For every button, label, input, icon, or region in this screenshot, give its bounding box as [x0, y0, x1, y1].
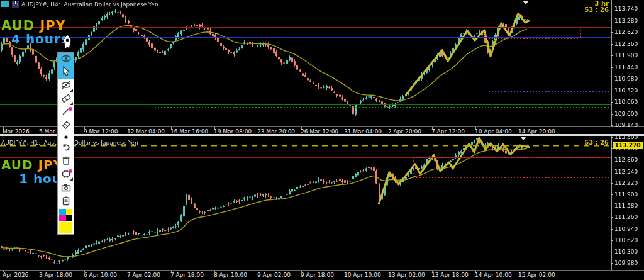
pink-dot-icon	[69, 169, 72, 173]
x-axis-label: 10 Apr 10:00	[344, 272, 381, 278]
y-axis-label: 112.860	[614, 157, 638, 163]
y-axis-tick	[611, 9, 613, 9]
y-axis-label: 111.900	[614, 191, 638, 198]
chart-list-icon[interactable]	[1, 1, 9, 8]
x-axis-label: 9 Apr 18:00	[301, 272, 334, 278]
x-axis-label: 14 Apr 10:00	[475, 272, 512, 278]
h4-chart-title: AUDJPY#, H4: Australian Dollar vs Japane…	[21, 1, 158, 8]
hide-objects-button[interactable]	[58, 80, 74, 92]
show-tool-button[interactable]	[58, 53, 74, 66]
h4-symbol-overlay: AUD JPY	[1, 20, 66, 33]
h4-chart-canvas[interactable]	[0, 0, 611, 126]
y-axis-label: 111.440	[614, 64, 638, 70]
x-axis-label: 13 Apr 18:00	[431, 272, 469, 278]
y-axis-label: 113.740	[614, 6, 638, 12]
paint-tool-button[interactable]	[58, 169, 74, 181]
y-axis-tick	[611, 172, 613, 172]
x-axis-label: 9 Apr 02:00	[257, 272, 291, 278]
undo-icon	[60, 142, 72, 155]
y-axis-tick	[611, 67, 613, 68]
pink-dot-icon	[69, 107, 72, 111]
y-axis-label: 110.940	[614, 226, 638, 232]
h1-shift-marker-icon	[520, 137, 526, 140]
x-axis-label: 7 Apr 02:00	[127, 272, 160, 278]
y-axis-tick	[611, 91, 613, 91]
y-axis-tick	[611, 21, 613, 21]
y-axis-tick	[611, 183, 613, 184]
cyan-swatch[interactable]	[59, 209, 66, 215]
screenshot-button[interactable]	[58, 182, 74, 195]
submenu-corner-icon	[70, 102, 73, 105]
y-axis-label: 112.820	[614, 29, 638, 35]
window-separator[interactable]	[0, 134, 644, 136]
h1-symbol-overlay: AUD JPY	[1, 159, 63, 172]
y-axis-tick	[611, 55, 613, 56]
chart-type-icon[interactable]	[12, 1, 19, 8]
y-axis-tick	[611, 32, 613, 33]
clipboard-button[interactable]	[58, 196, 74, 208]
y-axis-tick	[611, 102, 613, 103]
y-axis-tick	[611, 44, 613, 45]
black-swatch[interactable]	[66, 215, 73, 221]
y-axis-label: 111.900	[614, 52, 638, 59]
drawing-toolbar	[57, 52, 74, 235]
y-axis-tick	[611, 240, 613, 241]
brush-size-dot-button[interactable]	[58, 133, 74, 142]
h4-titlebar: AUDJPY#, H4: Australian Dollar vs Japane…	[0, 0, 158, 8]
y-axis-label: 110.300	[614, 249, 638, 255]
h1-candle-countdown: 53 : 26	[584, 140, 609, 146]
y-axis-label: 109.980	[614, 260, 638, 266]
magenta-swatch[interactable]	[59, 215, 66, 221]
y-axis-label: 113.280	[614, 18, 638, 24]
y-axis-label: 110.980	[614, 76, 638, 82]
delete-objects-button[interactable]	[58, 155, 74, 168]
cursor-icon	[60, 65, 72, 79]
cursor-tool-button[interactable]	[58, 66, 74, 79]
h4-shift-marker-icon	[523, 1, 529, 4]
x-axis-label: 15 Apr 02:00	[518, 272, 555, 278]
y-axis-label: 112.540	[614, 169, 638, 175]
h1-time-scale[interactable]: Apr 20263 Apr 18:006 Apr 10:007 Apr 02:0…	[0, 270, 644, 279]
y-axis-tick	[611, 114, 613, 115]
pen-tool-handle[interactable]	[60, 34, 74, 50]
y-axis-tick	[611, 217, 613, 218]
h1-chart-canvas[interactable]	[0, 136, 611, 270]
color-swatch-button[interactable]	[59, 209, 72, 221]
y-axis-tick	[611, 263, 613, 264]
wide-eraser-tool-button[interactable]	[58, 120, 74, 132]
y-axis-tick	[611, 252, 613, 252]
y-axis-tick	[611, 125, 613, 126]
y-axis-label: 109.140	[614, 122, 638, 128]
mt4-chart-workspace: AUDJPY#, H4: Australian Dollar vs Japane…	[0, 0, 644, 280]
submenu-corner-icon	[70, 177, 73, 181]
yellow-swatch[interactable]	[66, 209, 73, 215]
y-axis-label: 110.520	[614, 87, 638, 94]
h1-symbol-aud: AUD	[1, 157, 33, 172]
x-axis-label: 6 Apr 10:00	[84, 272, 117, 278]
x-axis-label: 8 Apr 10:00	[214, 272, 247, 278]
undo-button[interactable]	[58, 142, 74, 155]
y-axis-tick	[611, 137, 613, 138]
active-color-swatch[interactable]	[59, 222, 72, 233]
y-axis-label: 111.260	[614, 214, 638, 220]
trash-icon	[60, 155, 72, 169]
x-axis-label: 13 Apr 02:00	[388, 272, 425, 278]
eraser-tool-button[interactable]	[58, 93, 74, 106]
bid-price-badge: 113.270	[613, 142, 643, 149]
x-axis-label: 7 Apr 18:00	[170, 272, 204, 278]
y-axis-label: 111.580	[614, 203, 638, 209]
x-axis-label: 3 Apr 18:00	[39, 272, 72, 278]
line-pen-tool-button[interactable]	[58, 106, 74, 119]
y-axis-label: 112.220	[614, 180, 638, 186]
y-axis-label: 109.600	[614, 111, 638, 117]
y-axis-label: 110.620	[614, 237, 638, 244]
clipboard-icon	[60, 195, 72, 209]
y-axis-tick	[611, 229, 613, 230]
x-axis-label: Apr 2026	[3, 272, 28, 278]
y-axis-label: 112.360	[614, 41, 638, 47]
h4-candle-countdown: 3 hr 53 : 26	[584, 1, 609, 13]
y-axis-label: 110.060	[614, 99, 638, 105]
eye-icon	[60, 53, 72, 67]
y-axis-tick	[611, 79, 613, 79]
submenu-corner-icon	[70, 89, 73, 92]
